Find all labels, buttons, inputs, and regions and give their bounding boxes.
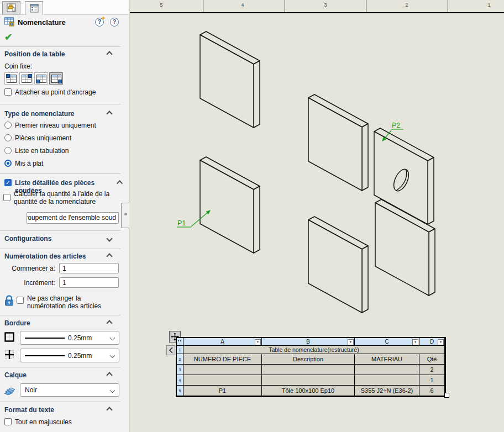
p1-label: P1 [177, 219, 186, 227]
header-cell-qty[interactable]: Qté [419, 354, 445, 365]
cell-d3[interactable]: 2 [419, 365, 445, 375]
cell-b4[interactable] [262, 375, 355, 386]
table-corner-cell[interactable] [177, 338, 183, 346]
cell-a4[interactable] [183, 375, 262, 386]
header-cell-material[interactable]: MATERIAU [355, 354, 419, 365]
row-header-4[interactable]: 4 [177, 375, 183, 386]
p2-label: P2 [392, 122, 400, 129]
column-header-c[interactable]: C ▾ [355, 338, 419, 346]
header-cell-part-number[interactable]: NUMERO DE PIECE [183, 354, 262, 365]
cell-c5[interactable]: S355 J2+N (E36-2) [355, 386, 419, 396]
hidden-row-indicator [178, 340, 182, 341]
cell-a5[interactable]: P1 [183, 386, 262, 396]
column-header-d[interactable]: D ▾ [419, 338, 445, 346]
plate-center[interactable] [308, 94, 368, 191]
row-header-3[interactable]: 3 [177, 365, 183, 375]
column-menu-button[interactable]: ▾ [255, 339, 261, 345]
chevron-left-icon [169, 347, 174, 354]
cell-c4[interactable] [355, 375, 419, 386]
column-menu-button[interactable]: ▾ [348, 339, 354, 345]
bom-table: A ▾ B ▾ C ▾ D ▾ 1 Table de nomenclature(… [176, 337, 446, 397]
column-menu-button[interactable]: ▾ [438, 339, 444, 345]
cell-d4[interactable]: 1 [419, 375, 445, 386]
row-header-1[interactable]: 1 [177, 346, 183, 354]
plate-bottom-center[interactable] [308, 217, 368, 313]
table-title-cell[interactable]: Table de nomenclature(restructuré) [183, 346, 445, 354]
cell-c3[interactable] [355, 365, 419, 375]
header-cell-description[interactable]: Description [262, 354, 355, 365]
row-header-2[interactable]: 2 [177, 354, 183, 365]
cell-a3[interactable] [183, 365, 262, 375]
column-header-a[interactable]: A ▾ [183, 338, 262, 346]
cell-d5[interactable]: 6 [419, 386, 445, 396]
column-header-b[interactable]: B ▾ [262, 338, 355, 346]
plate-top-left[interactable] [200, 31, 260, 128]
column-menu-button[interactable]: ▾ [412, 339, 418, 345]
table-resize-handle[interactable] [444, 393, 449, 398]
row-header-5[interactable]: 5 [177, 386, 183, 396]
cell-b5[interactable]: Tôle 100x100 Ep10 [262, 386, 355, 396]
table-collapse-tab[interactable] [166, 345, 175, 355]
cell-b3[interactable] [262, 365, 355, 375]
plate-p1[interactable] [200, 157, 260, 253]
